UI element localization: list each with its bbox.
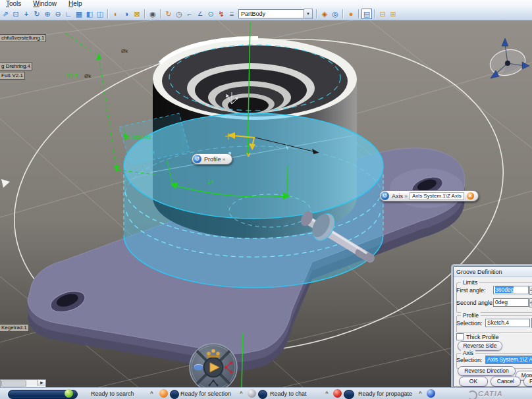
ok-button[interactable]: OK bbox=[459, 377, 488, 386]
capture-camera-icon[interactable]: ◉ bbox=[147, 9, 158, 19]
second-angle-field[interactable]: 0deg bbox=[493, 298, 529, 307]
dialog-title-bar[interactable]: Groove Definition ? bbox=[454, 267, 532, 277]
pill-separator bbox=[258, 390, 267, 399]
lightning-analysis-icon[interactable]: ↯ bbox=[216, 9, 226, 19]
axis-selection-row: Selection: Axis System.1\Z Ax bbox=[456, 356, 532, 364]
limits-group-label: Limits bbox=[461, 279, 479, 286]
search-sphere-icon[interactable] bbox=[159, 389, 168, 398]
first-angle-spinner[interactable]: ▲▼ bbox=[529, 286, 532, 294]
thick-profile-row[interactable]: Thick Profile bbox=[456, 332, 499, 341]
zoom-out-icon[interactable]: ⊖ bbox=[53, 9, 63, 19]
rotate-icon[interactable]: ↻ bbox=[32, 9, 42, 19]
menu-help[interactable]: Help bbox=[63, 0, 88, 8]
axis-system-icon[interactable]: ⌐ bbox=[184, 9, 195, 19]
profile-selection-field[interactable]: Sketch.4 bbox=[485, 319, 530, 327]
tree-node-label[interactable]: Fuß V2.1 bbox=[0, 72, 25, 80]
status-search[interactable]: Ready to search bbox=[91, 390, 134, 397]
swap-visible-space-icon[interactable]: ◑ bbox=[121, 9, 132, 19]
status-bar: Ready to search ^ Ready for selection ^ … bbox=[0, 387, 532, 399]
status-selection[interactable]: Ready for selection bbox=[180, 390, 231, 397]
swirl-icon: ↺ bbox=[193, 155, 201, 163]
pill-separator bbox=[170, 390, 179, 399]
catalog-search-icon[interactable]: ⊞ bbox=[388, 9, 398, 19]
swirl-icon: ↺ bbox=[381, 192, 389, 200]
caret-up-icon[interactable]: ^ bbox=[419, 390, 422, 396]
green-sphere-icon[interactable] bbox=[65, 389, 73, 398]
axis-tooltip[interactable]: ↺ Axis » Axis System.1\Z Axis ✕ bbox=[379, 190, 479, 201]
tree-node-label[interactable]: g Drehring.4 bbox=[0, 63, 32, 70]
caret-up-icon[interactable]: ^ bbox=[325, 390, 329, 396]
cancel-button[interactable]: Cancel bbox=[491, 377, 521, 386]
wireframe-view-icon[interactable]: ◫ bbox=[95, 9, 105, 19]
scene-svg: 21,5 Øk Øk 14 LIM2LIM1 H V bbox=[0, 20, 532, 387]
toolbar-separator bbox=[160, 9, 161, 18]
update-icon[interactable]: ↻ bbox=[163, 9, 174, 19]
cylinder-part-icon[interactable]: ⊙ bbox=[205, 9, 216, 19]
status-propagate[interactable]: Ready for propagate bbox=[358, 390, 412, 397]
profile-tooltip[interactable]: ↺ Profile » bbox=[192, 153, 232, 165]
cone-icon[interactable] bbox=[194, 364, 203, 370]
caret-up-icon[interactable]: ^ bbox=[150, 390, 153, 396]
toolbar-separator bbox=[342, 9, 344, 18]
hide-show-icon[interactable]: ◐ bbox=[111, 9, 121, 19]
selection-sphere-icon[interactable] bbox=[248, 389, 256, 398]
multi-view-icon[interactable]: ▦ bbox=[74, 9, 84, 19]
view-wheel[interactable] bbox=[190, 344, 237, 387]
partbody-combo[interactable]: PartBody ▼ bbox=[238, 9, 313, 18]
scrollbar-right-arrow[interactable]: ▶ bbox=[38, 380, 45, 386]
lock-icon[interactable]: ⊠ bbox=[132, 9, 142, 19]
reverse-direction-button[interactable]: Reverse Direction bbox=[458, 366, 516, 376]
profile-selection-row: Selection: Sketch.4 ✎ bbox=[456, 319, 532, 327]
partbody-value[interactable]: PartBody bbox=[238, 9, 304, 18]
profile-tooltip-label: Profile bbox=[204, 156, 221, 163]
caret-up-icon[interactable]: ^ bbox=[240, 390, 243, 396]
toolbar-separator bbox=[144, 9, 146, 18]
preview-button[interactable]: Preview bbox=[523, 377, 532, 386]
svg-text:Øk: Øk bbox=[121, 48, 128, 54]
pill-separator bbox=[344, 390, 354, 399]
knowledge-icon[interactable]: ◈ bbox=[319, 9, 330, 19]
measure-icon[interactable]: ∠ bbox=[195, 9, 205, 19]
paint-disc-icon[interactable]: ● bbox=[346, 9, 356, 19]
fit-all-in-icon[interactable]: ⊡ bbox=[11, 9, 21, 19]
menu-window[interactable]: Window bbox=[27, 0, 63, 8]
second-angle-spinner[interactable]: ▲▼ bbox=[529, 298, 532, 307]
compass[interactable] bbox=[487, 38, 529, 79]
toolbar: ⇗ ⊡ + ↻ ⊕ ⊖ ∟ ▦ ◧ ◫ ◐ ◑ ⊠ ◉ ↻ ◷ ⌐ ∠ ⊙ ↯ … bbox=[0, 8, 532, 20]
gear-globe-icon[interactable]: ◎ bbox=[330, 9, 340, 19]
chevron-right-icon: » bbox=[223, 156, 226, 163]
svg-text:Øk: Øk bbox=[84, 73, 92, 79]
status-chat[interactable]: Ready to chat bbox=[270, 390, 307, 397]
toolbar-separator bbox=[107, 9, 109, 18]
tree-node-label[interactable]: Kegelrad.1 bbox=[0, 324, 29, 332]
layers-icon[interactable]: ≡ bbox=[226, 9, 237, 19]
svg-text:14: 14 bbox=[207, 178, 214, 185]
chevron-right-icon: » bbox=[404, 193, 408, 200]
active-tool-icon[interactable]: ▤ bbox=[361, 9, 372, 19]
svg-text:LIM2LIM1: LIM2LIM1 bbox=[128, 134, 151, 140]
chat-sphere-icon[interactable] bbox=[333, 389, 342, 398]
scrollbar-thumb[interactable] bbox=[1, 381, 26, 386]
zoom-in-icon[interactable]: ⊕ bbox=[42, 9, 53, 19]
pan-icon[interactable]: + bbox=[21, 9, 32, 19]
toolbar-separator bbox=[316, 9, 317, 18]
first-angle-field[interactable]: 360deg bbox=[493, 286, 529, 294]
dassault-swirl-icon bbox=[467, 390, 477, 399]
axis-selection-field[interactable]: Axis System.1\Z Ax bbox=[485, 356, 532, 364]
second-angle-label: Second angle: bbox=[456, 300, 493, 306]
close-icon[interactable]: ✕ bbox=[467, 192, 474, 200]
toolbar-separator bbox=[358, 9, 359, 18]
clock-simulation-icon[interactable]: ◷ bbox=[174, 9, 184, 19]
tree-node-label[interactable]: chfußverstellung.1 bbox=[0, 34, 46, 42]
menu-tools[interactable]: Tools bbox=[0, 0, 27, 8]
normal-view-icon[interactable]: ∟ bbox=[63, 9, 74, 19]
open-catalog-icon[interactable]: ⊟ bbox=[377, 9, 388, 19]
shaded-view-icon[interactable]: ◧ bbox=[84, 9, 95, 19]
dialog-title: Groove Definition bbox=[456, 269, 502, 275]
chevron-down-icon[interactable]: ▼ bbox=[304, 9, 313, 19]
propagate-sphere-icon[interactable] bbox=[427, 389, 435, 398]
profile-group-label: Profile bbox=[461, 312, 481, 319]
fly-mode-icon[interactable]: ⇗ bbox=[0, 9, 11, 19]
thick-profile-checkbox[interactable] bbox=[456, 333, 464, 340]
first-angle-row: First angle: 360deg ▲▼ bbox=[456, 286, 532, 294]
